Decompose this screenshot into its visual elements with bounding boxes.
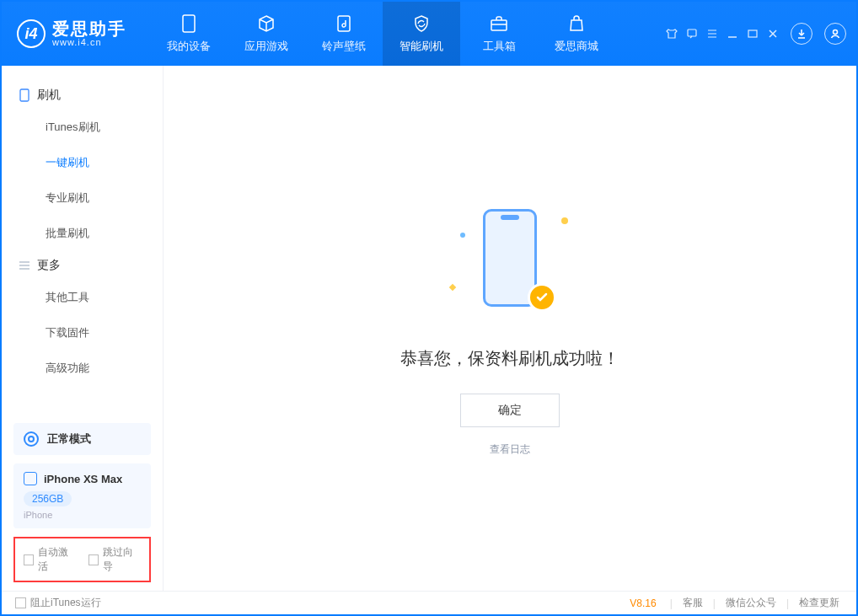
device-type: iPhone <box>24 510 141 520</box>
minimize-icon[interactable] <box>727 28 738 40</box>
group-title-label: 更多 <box>37 258 61 273</box>
header: i4 爱思助手 www.i4.cn 我的设备 应用游戏 铃声壁纸 智能刷机 工具… <box>2 2 856 66</box>
feedback-icon[interactable] <box>686 28 698 40</box>
tab-label: 应用游戏 <box>244 39 288 54</box>
sidebar-item-pro-flash[interactable]: 专业刷机 <box>2 180 163 216</box>
main-content: 恭喜您，保资料刷机成功啦！ 确定 查看日志 <box>164 66 856 591</box>
svg-rect-6 <box>20 89 29 101</box>
device-icon <box>24 472 37 485</box>
window-controls <box>666 28 779 40</box>
mode-icon <box>24 431 39 447</box>
options-row: 自动激活 跳过向导 <box>13 537 151 582</box>
footer-link-update[interactable]: 检查更新 <box>796 596 843 610</box>
group-title-label: 刷机 <box>37 88 61 103</box>
shirt-icon[interactable] <box>666 28 678 40</box>
svg-point-5 <box>834 30 838 35</box>
tab-store[interactable]: 爱思商城 <box>538 2 615 66</box>
device-capacity: 256GB <box>24 491 72 506</box>
cube-icon <box>256 13 276 34</box>
account-button[interactable] <box>824 23 846 45</box>
toolbox-icon <box>489 13 509 34</box>
refresh-shield-icon <box>411 13 432 34</box>
header-tabs: 我的设备 应用游戏 铃声壁纸 智能刷机 工具箱 爱思商城 <box>150 2 615 66</box>
close-icon[interactable] <box>767 28 779 40</box>
app-logo: i4 爱思助手 www.i4.cn <box>17 19 126 48</box>
app-url: www.i4.cn <box>52 37 126 47</box>
sidebar: 刷机 iTunes刷机 一键刷机 专业刷机 批量刷机 更多 其他工具 下载固件 … <box>2 66 164 591</box>
maximize-icon[interactable] <box>747 28 759 40</box>
footer-link-wechat[interactable]: 微信公众号 <box>722 596 780 610</box>
svg-rect-4 <box>748 30 757 37</box>
checkbox-skip-wizard[interactable]: 跳过向导 <box>88 545 142 574</box>
checkbox-label: 自动激活 <box>38 545 76 574</box>
checkbox-icon <box>24 554 34 565</box>
svg-rect-3 <box>688 29 696 36</box>
bag-icon <box>566 13 587 34</box>
logo-badge-icon: i4 <box>17 19 46 48</box>
tab-label: 工具箱 <box>483 39 516 54</box>
ok-button[interactable]: 确定 <box>460 394 560 427</box>
footer: 阻止iTunes运行 V8.16 | 客服 | 微信公众号 | 检查更新 <box>2 591 856 614</box>
version-label: V8.16 <box>630 597 656 609</box>
success-illustration <box>447 201 573 327</box>
tab-ringtone-wallpaper[interactable]: 铃声壁纸 <box>305 2 383 66</box>
sidebar-item-advanced[interactable]: 高级功能 <box>2 351 163 386</box>
music-file-icon <box>334 13 354 34</box>
sidebar-item-batch-flash[interactable]: 批量刷机 <box>2 216 163 251</box>
device-mode-card[interactable]: 正常模式 <box>13 423 151 455</box>
tab-label: 铃声壁纸 <box>322 39 366 54</box>
device-name: iPhone XS Max <box>44 473 122 485</box>
checkbox-auto-activate[interactable]: 自动激活 <box>24 545 77 574</box>
footer-link-service[interactable]: 客服 <box>679 596 706 610</box>
checkbox-block-itunes[interactable]: 阻止iTunes运行 <box>15 596 101 610</box>
device-card[interactable]: iPhone XS Max 256GB iPhone <box>13 463 151 528</box>
sidebar-item-download-firmware[interactable]: 下载固件 <box>2 315 163 351</box>
menu-icon[interactable] <box>706 28 718 40</box>
tab-apps-games[interactable]: 应用游戏 <box>228 2 305 66</box>
app-name: 爱思助手 <box>52 20 126 37</box>
tab-label: 爱思商城 <box>555 39 598 54</box>
sidebar-item-other-tools[interactable]: 其他工具 <box>2 280 163 315</box>
phone-outline-icon <box>19 89 30 101</box>
sidebar-group-more: 更多 <box>2 251 163 280</box>
tab-toolbox[interactable]: 工具箱 <box>460 2 538 66</box>
check-badge-icon <box>528 283 556 312</box>
view-log-link[interactable]: 查看日志 <box>490 442 530 457</box>
list-icon <box>19 260 30 271</box>
success-message: 恭喜您，保资料刷机成功啦！ <box>400 347 619 370</box>
checkbox-icon <box>15 597 26 608</box>
download-button[interactable] <box>791 23 812 45</box>
tab-smart-flash[interactable]: 智能刷机 <box>383 2 460 66</box>
mode-label: 正常模式 <box>47 431 91 447</box>
tab-my-device[interactable]: 我的设备 <box>150 2 228 66</box>
checkbox-icon <box>88 554 99 565</box>
sidebar-group-flash: 刷机 <box>2 81 163 110</box>
sidebar-item-itunes-flash[interactable]: iTunes刷机 <box>2 110 163 145</box>
tab-label: 智能刷机 <box>400 39 443 54</box>
svg-rect-2 <box>491 20 507 30</box>
sidebar-item-oneclick-flash[interactable]: 一键刷机 <box>2 145 163 180</box>
phone-icon <box>179 13 199 34</box>
checkbox-label: 阻止iTunes运行 <box>30 596 101 610</box>
tab-label: 我的设备 <box>167 39 211 54</box>
checkbox-label: 跳过向导 <box>103 545 141 574</box>
svg-rect-0 <box>183 15 195 32</box>
